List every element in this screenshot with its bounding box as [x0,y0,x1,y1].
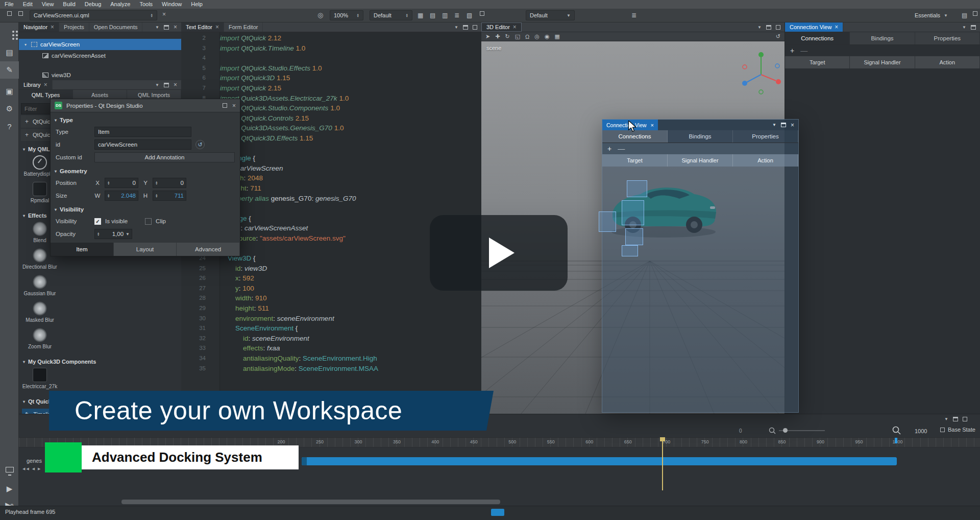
add-connection-button[interactable]: + [607,145,611,153]
opacity-input[interactable]: ▲▼1,00▼ [94,229,132,239]
light-icon[interactable]: ◎ [534,33,540,40]
library-section-my-quick3d-components[interactable]: ▾My Quick3D Components [19,357,181,367]
timeline-drag-handle[interactable] [491,509,504,516]
maximize-icon[interactable] [963,417,967,421]
menu-debug[interactable]: Debug [80,0,106,9]
library-item-zoom-blur[interactable]: Zoom Blur [22,327,58,353]
playhead-handle[interactable] [660,437,665,441]
undock-icon[interactable] [781,123,786,127]
undock-icon[interactable] [164,25,169,30]
menu-edit[interactable]: Edit [18,0,37,9]
playhead-line[interactable] [662,437,663,490]
tab-projects[interactable]: Projects [59,22,89,32]
menu-analyze[interactable]: Analyze [106,0,135,9]
undock-icon[interactable] [953,417,958,421]
grid-toggle-icon[interactable]: ▦ [555,33,560,40]
close-icon[interactable]: × [232,103,236,109]
open-file-dropdown[interactable]: CarViewScreen.ui.qml ▲▼ [30,10,157,20]
width-input[interactable]: ▲▼2.048 [105,191,138,201]
dialog-titlebar[interactable]: DS Properties - Qt Design Studio × [51,99,240,112]
caret-icon[interactable]: ▾ [23,42,28,47]
tab-layout[interactable]: Layout [114,243,177,256]
tab-bindings[interactable]: Bindings [850,32,915,44]
theme-select[interactable]: Default ▼ [526,10,575,20]
maximize-icon[interactable] [223,103,227,108]
bookmark-icon[interactable] [18,11,23,16]
maximize-icon[interactable] [776,25,780,30]
close-icon[interactable]: × [215,24,219,30]
undock-icon[interactable] [766,25,771,30]
menu-build[interactable]: Build [58,0,80,9]
tab-form-editor[interactable]: Form Editor [224,22,263,32]
zoom-select[interactable]: 100% ▲▼ [330,10,363,20]
menu-help[interactable]: Help [186,0,207,9]
components-mode-icon[interactable]: ▣ [0,83,19,100]
rotate-tool-icon[interactable]: ↻ [505,33,509,40]
panel-grid-icon[interactable]: ▤ [962,11,967,19]
tab-connections[interactable]: Connections [785,32,850,44]
tools-mode-icon[interactable]: ⚙ [0,100,19,117]
list-icon[interactable]: ≣ [631,11,636,19]
library-item-masked-blur[interactable]: Masked Blur [22,300,58,327]
chevron-down-icon[interactable]: ▼ [454,25,458,30]
library-item-electriccar-27k[interactable]: Electriccar_27k [22,367,58,393]
edit-mode-icon[interactable]: ▤ [0,44,19,61]
chevron-updown-icon[interactable]: ▲▼ [357,13,359,18]
camera-icon[interactable]: ◉ [545,33,550,40]
dock-indicator-center[interactable] [622,200,644,225]
close-icon[interactable]: × [513,24,517,30]
help-mode-icon[interactable]: ? [0,117,19,135]
tab-3d-editor[interactable]: 3D Editor × [481,22,522,32]
visibility-toggle-icon[interactable]: ▧ [467,11,472,19]
maximize-icon[interactable] [473,25,477,30]
zoom-in-icon[interactable] [892,426,901,435]
chevron-down-icon[interactable]: ▼ [155,25,159,30]
close-icon[interactable]: × [835,24,838,30]
tab-properties[interactable]: Properties [915,32,980,44]
id-field[interactable]: carViewScreen [94,139,191,150]
tab-properties[interactable]: Properties [733,130,798,143]
tab-navigator[interactable]: Navigator× [19,22,59,32]
base-state-button[interactable]: Base State [940,427,975,433]
dock-indicator-top[interactable] [627,180,647,197]
add-annotation-button[interactable]: Add Annotation [94,152,235,162]
chevron-down-icon[interactable]: ▼ [757,25,762,30]
plus-icon[interactable]: + [25,131,29,138]
x-input[interactable]: ▲▼0 [105,178,138,188]
reset-icon[interactable]: ↺ [195,140,205,149]
close-icon[interactable]: × [51,24,54,30]
tree-item-carviewscreen[interactable]: ▾carViewScreen [19,39,181,50]
kit-monitor-icon[interactable] [0,461,19,478]
run-indicator-icon[interactable]: ◎ [317,11,323,19]
chevron-updown-icon[interactable]: ▲▼ [406,13,408,18]
tab-bindings[interactable]: Bindings [668,130,733,143]
close-icon[interactable]: × [174,24,177,30]
chevron-down-icon[interactable]: ▼ [962,25,966,30]
tree-item-carviewscreenasset[interactable]: carViewScreenAsset [19,50,181,61]
tab-library[interactable]: Library × [19,80,53,89]
design-mode-icon[interactable]: ✎ [0,61,19,79]
show-bounds-icon[interactable]: ▥ [442,11,448,19]
tab-item[interactable]: Item [51,243,114,256]
visibility-section-header[interactable]: ▾Visibility [51,204,240,215]
timeline-bar-start-cap[interactable] [302,457,307,465]
tree-item-view3d[interactable]: view3D [19,69,181,81]
y-input[interactable]: ▲▼0 [153,178,186,188]
track-transport-controls[interactable]: ◀◀ ◀ ▶ [22,467,41,471]
close-icon[interactable]: × [651,122,654,128]
video-play-button[interactable] [430,215,568,291]
undock-icon[interactable] [463,25,468,30]
dock-indicator-left[interactable] [599,211,616,232]
style-select[interactable]: Default ▲▼ [370,10,412,20]
chevron-updown-icon[interactable]: ▲▼ [151,13,153,18]
menu-view[interactable]: View [37,0,59,9]
remove-connection-button[interactable]: — [618,145,625,153]
remove-connection-button[interactable]: — [800,46,807,55]
chevron-down-icon[interactable]: ▼ [944,417,948,421]
layout-icon[interactable] [480,11,484,16]
menu-window[interactable]: Window [157,0,186,9]
tab-text-editor[interactable]: Text Editor× [181,22,224,32]
chevron-down-icon[interactable]: ▼ [126,232,130,237]
workspace-select[interactable]: Essentials ▼ [902,10,951,20]
menu-tools[interactable]: Tools [135,0,157,9]
